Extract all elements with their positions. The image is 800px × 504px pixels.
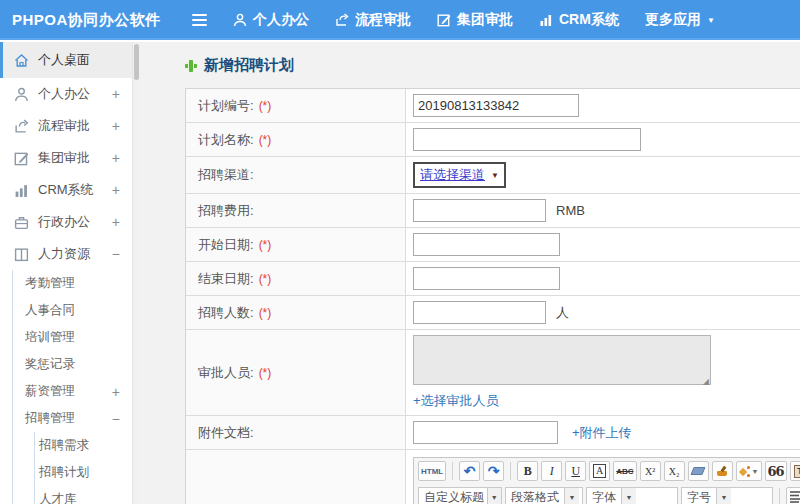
redo-icon[interactable]: ↷ — [483, 461, 504, 481]
subscript-icon[interactable]: X₂ — [664, 461, 685, 481]
edit-approval-icon — [14, 151, 29, 166]
start-date-input[interactable] — [413, 233, 560, 256]
expand-plus-icon[interactable]: + — [112, 384, 120, 400]
nav-item-more-apps[interactable]: 更多应用 ▼ — [645, 11, 715, 29]
autotypeset-icon[interactable]: ▼ — [736, 461, 762, 481]
collapse-minus-icon[interactable]: − — [112, 411, 120, 427]
form-row-cost: 招聘费用: RMB — [186, 194, 800, 228]
hr-submenu: 考勤管理 人事合同 培训管理 奖惩记录 薪资管理+ 招聘管理− 招聘需求 招聘计… — [12, 270, 132, 504]
paragraph-select[interactable]: 段落格式▼ — [505, 487, 583, 504]
chevron-down-icon: ▼ — [487, 488, 501, 504]
sidebar-item-personal-office[interactable]: 个人办公 + — [0, 78, 132, 110]
attachment-input[interactable] — [413, 421, 558, 444]
align-left-icon[interactable] — [786, 487, 800, 504]
sidebar-item-group-approval[interactable]: 集团审批 + — [0, 142, 132, 174]
expand-plus-icon[interactable]: + — [112, 118, 120, 134]
collapse-minus-icon[interactable]: − — [112, 246, 120, 262]
edit-approval-icon — [437, 13, 451, 27]
currency-suffix: RMB — [556, 203, 585, 218]
form-row-end-date: 结束日期:(*) — [186, 262, 800, 296]
approvers-textarea[interactable] — [413, 335, 711, 385]
app-title: PHPOA协同办公软件 — [12, 0, 161, 40]
end-date-input[interactable] — [413, 267, 560, 290]
person-icon — [233, 13, 247, 27]
headcount-suffix: 人 — [556, 304, 569, 322]
top-navbar: PHPOA协同办公软件 个人办公 流程审批 集团审批 CRM系统 更多应用 ▼ — [0, 0, 800, 40]
nav-item-group-approval[interactable]: 集团审批 — [437, 11, 513, 29]
headcount-input[interactable] — [413, 301, 546, 324]
select-approvers-link[interactable]: +选择审批人员 — [413, 393, 499, 408]
font-border-icon[interactable]: A — [589, 461, 610, 481]
sidebar-scrollbar[interactable] — [133, 42, 140, 504]
briefcase-icon — [14, 215, 29, 230]
sidebar-item-rewards[interactable]: 奖惩记录 — [13, 351, 132, 378]
sidebar-item-salary[interactable]: 薪资管理+ — [13, 378, 132, 405]
required-mark: (*) — [259, 99, 272, 113]
bar-chart-icon — [14, 183, 29, 198]
undo-icon[interactable]: ↶ — [459, 461, 480, 481]
nav-item-personal-office[interactable]: 个人办公 — [233, 11, 309, 29]
chevron-down-icon: ▼ — [716, 488, 731, 504]
home-icon — [14, 53, 29, 68]
sidebar-item-admin-office[interactable]: 行政办公 + — [0, 206, 132, 238]
italic-icon[interactable]: I — [541, 461, 562, 481]
attachment-upload-link[interactable]: +附件上传 — [572, 424, 632, 442]
sidebar-item-crm[interactable]: CRM系统 + — [0, 174, 132, 206]
scrollbar-thumb[interactable] — [134, 44, 139, 80]
expand-plus-icon[interactable]: + — [112, 150, 120, 166]
sidebar: 个人桌面 个人办公 + 流程审批 + 集团审批 + CRM系统 + 行政办公 +… — [0, 42, 133, 504]
expand-plus-icon[interactable]: + — [112, 182, 120, 198]
workflow-icon — [14, 119, 29, 134]
nav-item-workflow-approval[interactable]: 流程审批 — [335, 11, 411, 29]
sidebar-item-attendance[interactable]: 考勤管理 — [13, 270, 132, 297]
sidebar-item-human-resources[interactable]: 人力资源 − — [0, 238, 132, 270]
form-row-plan-number: 计划编号:(*) — [186, 89, 800, 123]
page-title: 新增招聘计划 — [185, 56, 800, 75]
sidebar-item-personal-desktop[interactable]: 个人桌面 — [0, 42, 132, 78]
form-row-editor: HTML ↶ ↷ B I U A ABC X² X₂ ▼ — [186, 450, 800, 504]
font-size-select[interactable]: 字号▼ — [681, 487, 773, 504]
font-family-select[interactable]: 字体▼ — [586, 487, 678, 504]
sidebar-item-training[interactable]: 培训管理 — [13, 324, 132, 351]
chevron-down-icon: ▼ — [621, 488, 636, 504]
hamburger-menu-icon[interactable] — [192, 14, 207, 26]
plan-name-input[interactable] — [413, 128, 641, 151]
heading-select[interactable]: 自定义标题▼ — [418, 487, 502, 504]
chevron-down-icon: ▼ — [752, 468, 759, 475]
nav-item-crm[interactable]: CRM系统 — [539, 11, 619, 29]
required-mark: (*) — [259, 272, 272, 286]
cost-input[interactable] — [413, 199, 546, 222]
form-row-headcount: 招聘人数:(*) 人 — [186, 296, 800, 330]
required-mark: (*) — [259, 133, 272, 147]
form-row-channel: 招聘渠道: 请选择渠道 ▼ — [186, 157, 800, 194]
underline-icon[interactable]: U — [565, 461, 586, 481]
sidebar-item-hr-contract[interactable]: 人事合同 — [13, 297, 132, 324]
expand-plus-icon[interactable]: + — [112, 214, 120, 230]
rich-text-editor: HTML ↶ ↷ B I U A ABC X² X₂ ▼ — [413, 457, 800, 504]
workflow-icon — [335, 13, 349, 27]
required-mark: (*) — [259, 366, 272, 380]
add-plus-icon — [185, 60, 197, 72]
superscript-icon[interactable]: X² — [640, 461, 661, 481]
html-source-button[interactable]: HTML — [418, 461, 446, 481]
expand-plus-icon[interactable]: + — [112, 86, 120, 102]
sidebar-item-recruit-plan[interactable]: 招聘计划 — [35, 459, 132, 486]
bold-icon[interactable]: B — [517, 461, 538, 481]
strikethrough-icon[interactable]: ABC — [613, 461, 636, 481]
plan-number-input[interactable] — [413, 94, 579, 117]
main-content: 新增招聘计划 计划编号:(*) 计划名称:(*) 招聘渠道: 请选择渠道 ▼ 招… — [140, 42, 800, 504]
chevron-down-icon: ▼ — [707, 16, 715, 25]
paste-text-icon[interactable]: T — [790, 461, 800, 481]
sidebar-item-workflow-approval[interactable]: 流程审批 + — [0, 110, 132, 142]
form-row-plan-name: 计划名称:(*) — [186, 123, 800, 157]
sidebar-item-talent-pool[interactable]: 人才库 — [35, 486, 132, 504]
channel-select[interactable]: 请选择渠道 ▼ — [413, 162, 506, 188]
sidebar-item-recruitment[interactable]: 招聘管理− — [13, 405, 132, 432]
chevron-down-icon: ▼ — [491, 171, 499, 180]
sidebar-item-recruit-demand[interactable]: 招聘需求 — [35, 432, 132, 459]
format-brush-icon[interactable] — [712, 461, 733, 481]
blockquote-icon[interactable]: 66 — [765, 461, 787, 481]
form-row-approvers: 审批人员:(*) ◢ +选择审批人员 — [186, 330, 800, 416]
form-row-start-date: 开始日期:(*) — [186, 228, 800, 262]
eraser-icon[interactable] — [688, 461, 709, 481]
